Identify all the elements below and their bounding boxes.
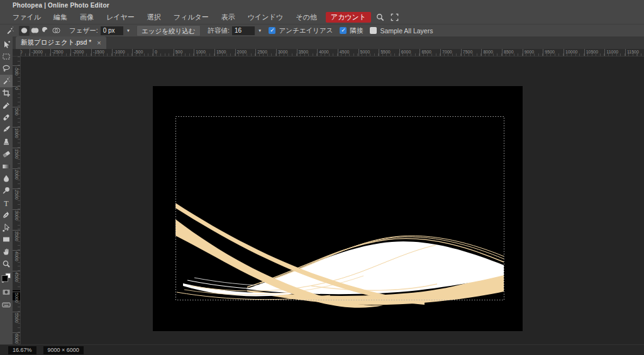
checkbox-group-antialias: ✓アンチエイリアス: [269, 26, 333, 35]
lasso-tool[interactable]: [0, 63, 13, 75]
v-ruler-label: 3000: [14, 210, 19, 221]
checkbox-sample-all-layers[interactable]: [370, 27, 377, 34]
v-ruler-tick: [13, 209, 21, 210]
h-ruler-label: 6500: [419, 49, 431, 57]
svg-text:T: T: [4, 199, 9, 207]
eyedropper-tool[interactable]: [0, 99, 13, 111]
checkbox-contiguous[interactable]: ✓: [340, 27, 347, 34]
menu-item-edit[interactable]: 編集: [47, 11, 74, 24]
v-ruler-tick: [13, 312, 21, 312]
eraser-tool[interactable]: [0, 148, 13, 160]
h-ruler-label: -2500: [50, 49, 64, 57]
v-ruler-label: 5000: [14, 293, 19, 303]
v-ruler-label: 2000: [14, 170, 19, 180]
v-ruler-label: 4500: [14, 272, 19, 282]
checkbox-label-contiguous: 隣接: [350, 26, 363, 35]
blur-tool[interactable]: [0, 172, 13, 184]
selection-mode-intersect[interactable]: [51, 26, 62, 36]
marquee-select-tool[interactable]: [0, 50, 13, 62]
rectangle-shape-tool[interactable]: [0, 233, 13, 245]
pen-tool[interactable]: [0, 209, 13, 221]
document-size: 9000 × 6000: [43, 346, 84, 354]
tolerance-label: 許容値:: [208, 26, 230, 35]
menu-item-more[interactable]: その他: [289, 11, 323, 24]
search-icon[interactable]: [375, 13, 386, 23]
h-ruler-label: 10000: [564, 49, 577, 57]
document-tab[interactable]: 新規プロジェクト.psd * ×: [16, 36, 106, 49]
h-ruler-label: 0: [153, 49, 157, 57]
h-ruler-label: 2000: [235, 49, 247, 57]
quick-mask-toggle[interactable]: [0, 286, 13, 298]
v-ruler-tick: [13, 168, 21, 169]
selection-mode-add[interactable]: [30, 26, 40, 36]
clone-stamp-tool[interactable]: [0, 136, 13, 148]
menu-item-filter[interactable]: フィルター: [167, 11, 215, 24]
magic-wand-icon: [4, 25, 16, 36]
selection-mode-new[interactable]: [19, 26, 30, 36]
h-ruler-label: 11500: [625, 49, 639, 57]
refine-edge-button[interactable]: エッジを絞り込む: [136, 25, 200, 36]
feather-dropdown-arrow[interactable]: ▼: [126, 28, 130, 33]
checkbox-label-antialias: アンチエイリアス: [279, 26, 333, 35]
feather-label: フェザー:: [69, 26, 98, 35]
h-ruler-label: 8000: [481, 49, 493, 57]
menu-bar: ファイル編集画像レイヤー選択フィルター表示ウインドウその他 アカウント: [0, 11, 644, 24]
checkbox-antialias[interactable]: ✓: [269, 27, 275, 34]
document-tab-bar: 新規プロジェクト.psd * ×: [13, 36, 644, 49]
move-tool[interactable]: [0, 38, 13, 50]
account-button[interactable]: アカウント: [326, 12, 371, 23]
hand-tool[interactable]: [0, 246, 13, 258]
app-title: Photopea | Online Photo Editor: [13, 2, 109, 9]
h-ruler-label: 4000: [317, 49, 329, 57]
path-select-tool[interactable]: [0, 221, 13, 233]
selection-mode-group: [19, 26, 62, 36]
h-ruler-label: -1500: [91, 49, 104, 57]
h-ruler-label: -2000: [70, 49, 84, 57]
healing-brush-tool[interactable]: [0, 111, 13, 123]
selection-mode-subtract[interactable]: [40, 26, 51, 36]
menu-item-select[interactable]: 選択: [141, 11, 167, 24]
tool-sidebar: T: [0, 36, 13, 344]
keyboard-shortcuts[interactable]: [0, 298, 13, 310]
checkbox-group-sample-all-layers: Sample All Layers: [370, 27, 433, 35]
color-swatches[interactable]: [0, 270, 13, 286]
h-ruler-label: 1500: [214, 49, 226, 57]
v-ruler-label: 0: [14, 87, 19, 90]
v-ruler-tick: [13, 86, 21, 87]
h-ruler-label: 9500: [543, 49, 555, 57]
magic-wand-tool[interactable]: [0, 75, 13, 87]
v-ruler-tick: [13, 292, 21, 292]
tolerance-input[interactable]: [232, 26, 255, 35]
v-ruler-label: 500: [14, 108, 19, 116]
v-ruler-label: 1500: [14, 149, 19, 159]
h-ruler-label: 7500: [461, 49, 473, 57]
v-ruler-tick: [13, 332, 21, 333]
h-ruler-label: 500: [174, 49, 183, 57]
workspace[interactable]: [21, 57, 644, 344]
v-ruler-tick: [13, 148, 21, 148]
vertical-ruler: -500050010001500200025003000350040004500…: [13, 57, 21, 344]
tool-options-bar: フェザー: ▼ エッジを絞り込む 許容値: ▼ ✓アンチエイリアス✓隣接Samp…: [0, 24, 644, 36]
crop-tool[interactable]: [0, 87, 13, 99]
fullscreen-icon[interactable]: [390, 13, 400, 23]
dodge-tool[interactable]: [0, 185, 13, 197]
v-ruler-label: 4000: [14, 251, 19, 261]
v-ruler-label: 2500: [14, 190, 19, 200]
v-ruler-label: 6000: [14, 334, 19, 344]
gradient-tool[interactable]: [0, 160, 13, 172]
v-ruler-label: -500: [14, 67, 19, 75]
menu-item-file[interactable]: ファイル: [6, 11, 47, 24]
menu-item-image[interactable]: 画像: [74, 11, 100, 24]
menu-item-view[interactable]: 表示: [215, 11, 242, 24]
h-ruler-label: 3500: [297, 49, 309, 57]
status-bar: 16.67% 9000 × 6000: [0, 344, 644, 355]
horizontal-ruler: -3500-3000-2500-2000-1500-1000-500050010…: [21, 49, 644, 57]
brush-tool[interactable]: [0, 124, 13, 136]
feather-input[interactable]: [101, 26, 123, 35]
menu-item-layer[interactable]: レイヤー: [100, 11, 141, 24]
close-icon[interactable]: ×: [97, 40, 101, 46]
zoom-tool[interactable]: [0, 258, 13, 270]
menu-item-window[interactable]: ウインドウ: [242, 11, 289, 24]
document-canvas[interactable]: [153, 86, 523, 331]
type-tool[interactable]: T: [0, 197, 13, 209]
